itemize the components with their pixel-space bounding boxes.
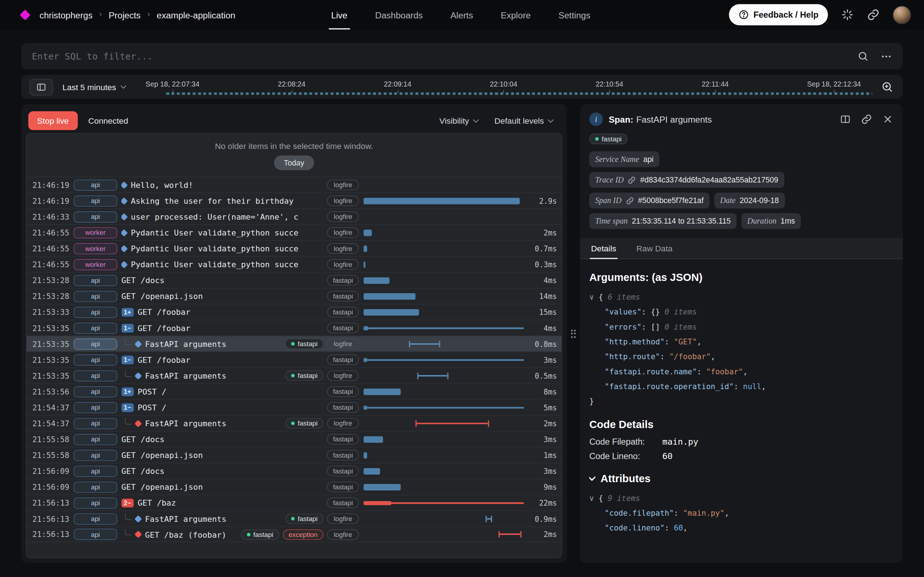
span-duration-bar	[363, 484, 401, 490]
tab-settings[interactable]: Settings	[558, 0, 590, 29]
trace-row[interactable]: 21:46:55workerPydantic User validate_pyt…	[26, 256, 561, 272]
trace-row[interactable]: 21:46:33apiuser processed: User(name='An…	[26, 208, 561, 224]
tree-toggle-badge[interactable]: 1−	[121, 355, 134, 364]
row-timestamp: 21:54:37	[32, 403, 69, 412]
trace-row[interactable]: 21:56:09apiGET /openapi.jsonfastapi9ms	[26, 479, 561, 495]
trace-row[interactable]: 21:55:58apiGET /openapi.jsonfastapi1ms	[26, 447, 561, 463]
json-ann: 9 items	[608, 494, 640, 502]
chevron-down-icon	[590, 474, 596, 481]
sql-filter-input[interactable]: Enter SQL to filter...	[32, 51, 153, 61]
tab-live[interactable]: Live	[331, 0, 347, 29]
trace-row[interactable]: 21:56:09apiGET /docsfastapi3ms	[26, 463, 561, 479]
json-p: ,	[724, 509, 729, 517]
json-p: {	[598, 494, 608, 502]
scope-tag: logfire	[327, 227, 359, 238]
fastapi-tag[interactable]: fastapi	[590, 134, 628, 144]
trace-row[interactable]: 21:53:33api1+GET /foobarfastapi15ms	[26, 304, 561, 319]
breadcrumb-projects[interactable]: Projects	[109, 10, 141, 20]
row-tags: fastapi	[281, 514, 323, 524]
trace-row[interactable]: 21:53:35apiFastAPI argumentsfastapilogfi…	[26, 367, 561, 384]
tree-connector	[125, 371, 131, 377]
visibility-dropdown[interactable]: Visibility	[439, 116, 478, 126]
row-content: Pydantic User validate_python succe	[121, 259, 323, 269]
scope-tag: fastapi	[327, 386, 359, 397]
service-tag-api: api	[74, 450, 117, 461]
trace-row[interactable]: 21:53:35api1−GET /foobarfastapi4ms	[26, 320, 561, 336]
trace-row[interactable]: 21:53:28apiGET /docsfastapi4ms	[26, 272, 561, 288]
tab-alerts[interactable]: Alerts	[451, 0, 473, 29]
trace-row[interactable]: 21:53:28apiGET /openapi.jsonfastapi14ms	[26, 288, 561, 304]
tab-dashboards[interactable]: Dashboards	[375, 0, 423, 29]
columns-icon[interactable]	[840, 114, 851, 125]
trace-row[interactable]: 21:53:56api1+POST /fastapi8ms	[26, 384, 561, 399]
time-range-select[interactable]: Last 5 minutes	[63, 82, 126, 92]
trace-row[interactable]: 21:46:55workerPydantic User validate_pyt…	[26, 240, 561, 256]
json-k: "http.method"	[604, 338, 664, 346]
default-levels-dropdown[interactable]: Default levels	[494, 116, 553, 126]
trace-row[interactable]: 21:56:13api2−GET /bazfastapi22ms	[26, 495, 561, 510]
timeline[interactable]: Sep 18, 22:07:3422:08:2422:09:1422:10:04…	[145, 80, 861, 88]
trace-row[interactable]: 21:46:55workerPydantic User validate_pyt…	[26, 224, 561, 240]
metadata-row: Time span21:53:35.114 to 21:53:35.115Dur…	[590, 213, 893, 229]
sidebar-toggle-button[interactable]	[30, 79, 53, 95]
json-chev: ∨	[590, 494, 599, 502]
breadcrumb-project[interactable]: example-application	[157, 10, 235, 20]
sparkle-icon[interactable]	[841, 8, 854, 21]
trace-row[interactable]: 21:54:37api1−POST /fastapi5ms	[26, 399, 561, 415]
row-timestamp: 21:53:35	[32, 371, 69, 380]
json-p: ,	[697, 338, 702, 346]
trace-row[interactable]: 21:54:37apiFastAPI argumentsfastapilogfi…	[26, 415, 561, 431]
tab-raw-data[interactable]: Raw Data	[635, 238, 674, 259]
logfire-logo-icon[interactable]	[19, 10, 30, 20]
row-timestamp: 21:46:19	[32, 196, 69, 205]
trace-row[interactable]: 21:55:58apiGET /docsfastapi3ms	[26, 431, 561, 447]
tree-toggle-badge[interactable]: 1+	[121, 387, 134, 396]
trace-row[interactable]: 21:53:35api1−GET /foobarfastapi3ms	[26, 351, 561, 367]
duration-track	[363, 304, 526, 320]
service-tag-api: api	[74, 179, 117, 190]
service-tag-api: api	[74, 195, 117, 206]
feedback-help-button[interactable]: Feedback / Help	[729, 4, 828, 25]
trace-row[interactable]: 21:46:19apiAsking the user for their bir…	[26, 193, 561, 208]
tab-details[interactable]: Details	[590, 238, 617, 259]
json-ann: 0 items	[664, 322, 696, 331]
trace-row[interactable]: 21:56:13apiFastAPI argumentsfastapilogfi…	[26, 511, 561, 527]
user-avatar[interactable]	[893, 6, 911, 24]
close-icon[interactable]	[882, 114, 893, 125]
row-timestamp: 21:56:13	[32, 498, 69, 507]
duration-track	[363, 352, 526, 368]
meta-service-name: Service Nameapi	[590, 152, 659, 167]
attributes-heading[interactable]: Attributes	[590, 473, 893, 485]
breadcrumb-org[interactable]: christophergs	[39, 10, 92, 20]
link-icon[interactable]	[861, 114, 872, 125]
scope-tag: fastapi	[327, 498, 359, 508]
row-message: Pydantic User validate_python succe	[131, 244, 298, 253]
zoom-in-icon[interactable]	[881, 81, 893, 93]
row-timestamp: 21:55:58	[32, 435, 69, 443]
duration-label: 5ms	[530, 403, 557, 412]
tree-toggle-badge[interactable]: 1−	[121, 403, 134, 412]
sql-filter-bar[interactable]: Enter SQL to filter...	[21, 43, 903, 69]
trace-row[interactable]: 21:46:19apiHello, world!logfire	[26, 177, 561, 193]
tab-explore[interactable]: Explore	[501, 0, 531, 29]
row-message: POST /	[137, 387, 166, 396]
stop-live-button[interactable]: Stop live	[28, 111, 78, 130]
search-icon[interactable]	[858, 50, 869, 62]
row-content: GET /baz (foobar)fastapiexception	[121, 529, 323, 540]
tree-toggle-badge[interactable]: 2−	[121, 498, 134, 507]
panel-splitter[interactable]	[567, 104, 580, 563]
trace-row[interactable]: 21:53:35apiFastAPI argumentsfastapilogfi…	[26, 336, 561, 351]
duration-track	[363, 225, 526, 240]
tree-toggle-badge[interactable]: 1−	[121, 324, 134, 332]
nav-right: Feedback / Help	[729, 4, 911, 25]
duration-track	[363, 288, 526, 304]
link-icon[interactable]	[628, 176, 636, 184]
trace-row[interactable]: 21:56:13apiGET /baz (foobar)fastapiexcep…	[26, 527, 561, 542]
more-options-icon[interactable]	[880, 50, 892, 62]
attributes-json: ∨ { 9 items"code.filepath": "main.py","c…	[590, 491, 893, 535]
link-icon[interactable]	[625, 196, 634, 205]
tree-toggle-badge[interactable]: 1+	[121, 308, 134, 316]
link-icon[interactable]	[867, 8, 880, 21]
span-detail-actions	[840, 114, 894, 125]
today-button[interactable]: Today	[274, 155, 314, 170]
